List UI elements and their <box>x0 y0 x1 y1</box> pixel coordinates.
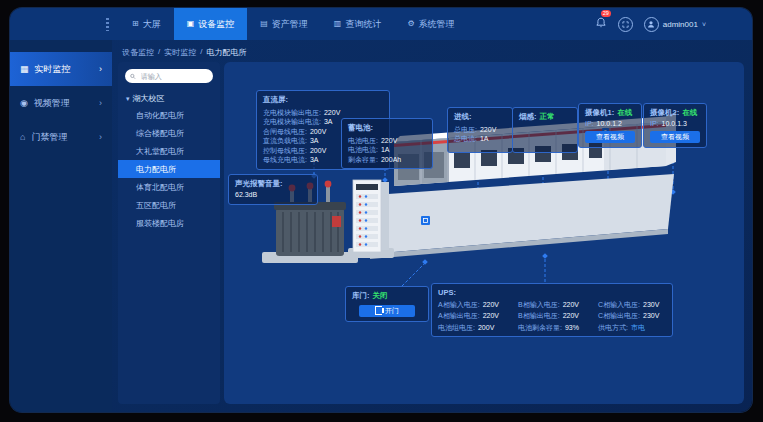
chevron-down-icon: ˅ <box>702 21 706 28</box>
field-value: 220V <box>381 136 397 146</box>
camera-icon: ◉ <box>20 98 28 108</box>
field-value: 93% <box>565 323 579 333</box>
camera1-panel: 摄像机1:在线 IP:10.0.1.2 查看视频 <box>578 103 642 148</box>
tab-label: 设备监控 <box>198 18 234 31</box>
tree-item[interactable]: 综合楼配电所 <box>118 124 220 142</box>
field-label: 控制母线电压: <box>263 146 307 156</box>
door-marker <box>421 216 430 225</box>
notification-badge: 29 <box>601 10 611 17</box>
bell-icon <box>595 17 607 29</box>
search-input[interactable] <box>139 72 208 81</box>
field-label: 充电模块输出电压: <box>263 108 321 118</box>
substation-tree-panel: ▾ 湖大校区 自动化配电所 综合楼配电所 大礼堂配电所 电力配电所 体育北配电所… <box>118 62 220 404</box>
panel-title: UPS: <box>438 288 666 297</box>
tree-item[interactable]: 大礼堂配电所 <box>118 142 220 160</box>
room-floor <box>370 174 674 259</box>
field-label: 电池电流: <box>348 145 378 155</box>
chevron-right-icon: › <box>99 64 102 74</box>
fullscreen-icon <box>622 21 629 28</box>
top-navbar: ⊞ 大屏 ▣ 设备监控 ▤ 资产管理 ▥ 查询统计 ⚙ 系统管理 <box>10 8 752 40</box>
field-label: 剩余容量: <box>348 155 378 165</box>
field-label: 直流负载电流: <box>263 136 307 146</box>
open-door-button[interactable]: 开门 <box>359 305 415 317</box>
camera2-panel: 摄像机2:在线 IP:10.0.1.3 查看视频 <box>643 103 707 148</box>
navbar-right-cluster: 29 admin001 ˅ <box>595 15 706 33</box>
field-label: 供电方式: <box>598 323 628 333</box>
field-value: 市电 <box>631 323 645 333</box>
field-value: 220V <box>563 311 579 321</box>
field-value: 1A <box>381 145 390 155</box>
tree-item[interactable]: 体育北配电所 <box>118 178 220 196</box>
view-video-button[interactable]: 查看视频 <box>650 131 700 143</box>
field-value: 62.3dB <box>235 190 257 200</box>
view-video-button[interactable]: 查看视频 <box>585 131 635 143</box>
ups-panel: UPS: A相输入电压:220V B相输入电压:220V C相输入电压:230V… <box>431 283 673 337</box>
door-icon: ⌂ <box>20 132 25 142</box>
button-label: 开门 <box>385 305 399 317</box>
status-badge: 关闭 <box>373 291 388 301</box>
breadcrumb-item[interactable]: 实时监控 <box>164 47 196 58</box>
tab-system-management[interactable]: ⚙ 系统管理 <box>394 8 467 40</box>
sidebar-item-label: 实时监控 <box>35 63 71 76</box>
sound-alarm-panel: 声光报警音量: 62.3dB <box>228 174 318 205</box>
breadcrumb: 设备监控 / 实时监控 / 电力配电所 <box>122 47 246 58</box>
field-value: 220V <box>563 300 579 310</box>
battery-cabinet <box>348 180 394 258</box>
tab-query-statistics[interactable]: ▥ 查询统计 <box>321 8 395 40</box>
monitor-icon: ▣ <box>187 20 195 28</box>
user-menu[interactable]: admin001 ˅ <box>644 17 706 32</box>
field-label: 摄像机1: <box>585 108 614 118</box>
substation-scene-panel: 直流屏: 充电模块输出电压:220V 充电模块输出电流:3A 合闸母线电压:20… <box>224 62 744 404</box>
sidebar-item-video-management[interactable]: ◉ 视频管理 › <box>10 86 112 120</box>
field-value: 220V <box>324 108 340 118</box>
chevron-right-icon: › <box>99 98 102 108</box>
breadcrumb-separator: / <box>200 47 202 58</box>
field-label: 烟感: <box>519 112 537 122</box>
field-value: 200V <box>310 146 326 156</box>
ups-grid: A相输入电压:220V B相输入电压:220V C相输入电压:230V A相输出… <box>438 300 666 333</box>
field-value: 220V <box>483 311 499 321</box>
breadcrumb-current: 电力配电所 <box>206 47 246 58</box>
sidebar-item-realtime-monitoring[interactable]: ▦ 实时监控 › <box>10 52 112 86</box>
notifications-button[interactable]: 29 <box>595 15 607 33</box>
field-label: 电池组电压: <box>438 323 475 333</box>
caret-down-icon: ▾ <box>126 95 130 103</box>
ip-label: IP: <box>650 119 659 129</box>
field-label: 电池电压: <box>348 136 378 146</box>
field-value: 3A <box>324 117 333 127</box>
battery-panel: 蓄电池: 电池电压:220V 电池电流:1A 剩余容量:200Ah <box>341 118 433 169</box>
drag-handle-icon <box>106 18 109 31</box>
field-value: 3A <box>310 136 319 146</box>
tree-root-node[interactable]: ▾ 湖大校区 <box>118 91 220 106</box>
breadcrumb-item[interactable]: 设备监控 <box>122 47 154 58</box>
tree-item[interactable]: 五区配电所 <box>118 196 220 214</box>
field-value: 1A <box>480 134 489 144</box>
ip-value: 10.0.1.2 <box>597 119 622 129</box>
field-label: 总电压: <box>454 125 477 135</box>
sidebar: ▦ 实时监控 › ◉ 视频管理 › ⌂ 门禁管理 › <box>10 40 112 412</box>
field-label: 充电模块输出电流: <box>263 117 321 127</box>
tree-item[interactable]: 自动化配电所 <box>118 106 220 124</box>
tab-asset-management[interactable]: ▤ 资产管理 <box>247 8 321 40</box>
fullscreen-button[interactable] <box>618 17 633 32</box>
field-label: C相输出电压: <box>598 311 640 321</box>
field-label: 总电流: <box>454 134 477 144</box>
tree-item[interactable]: 服装楼配电房 <box>118 214 220 232</box>
sidebar-item-access-management[interactable]: ⌂ 门禁管理 › <box>10 120 112 154</box>
field-label: 声光报警音量: <box>235 179 311 189</box>
monitor-grid-icon: ▦ <box>20 64 29 74</box>
status-badge: 在线 <box>682 108 697 118</box>
incoming-line-panel: 进线: 总电压:220V 总电流:1A <box>447 107 513 153</box>
tab-device-monitoring[interactable]: ▣ 设备监控 <box>174 8 248 40</box>
tree-item-selected[interactable]: 电力配电所 <box>118 160 220 178</box>
asset-icon: ▤ <box>260 20 268 28</box>
tab-label: 系统管理 <box>419 18 455 31</box>
field-value: 200Ah <box>381 155 401 165</box>
tab-dashboard[interactable]: ⊞ 大屏 <box>119 8 174 40</box>
gear-icon: ⚙ <box>407 20 414 28</box>
door-open-icon <box>375 306 382 315</box>
tree-search[interactable] <box>125 69 213 83</box>
field-label: 摄像机2: <box>650 108 679 118</box>
search-icon <box>130 73 136 80</box>
avatar <box>644 17 659 32</box>
